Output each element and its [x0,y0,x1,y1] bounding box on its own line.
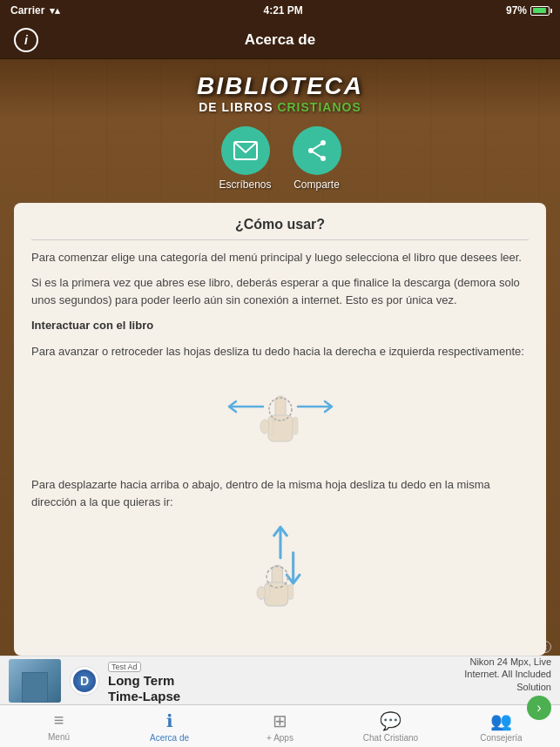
battery-icon [530,6,550,16]
paragraph-3: Para avanzar o retroceder las hojas desl… [31,343,529,360]
mail-button-wrap[interactable]: Escríbenos [219,126,271,191]
swipe-horizontal-illustration [31,370,529,466]
logo-de-libros: DE LIBROS [199,100,273,114]
logo-subtitle: DE LIBROS CRISTIANOS [197,100,363,114]
svg-point-12 [260,420,269,434]
tab-consejeria-label: Consejería [480,733,522,743]
tab-menu[interactable]: ≡ Menú [3,710,114,742]
status-time: 4:21 PM [263,4,302,17]
tab-chat[interactable]: 💬 Chat Cristiano [335,710,446,743]
swipe-vertical-illustration [31,521,529,616]
paragraph-1: Para comenzar elige una categoría del me… [31,249,529,266]
mail-circle[interactable] [221,126,270,175]
paragraph-2: Si es la primera vez que abres ese libro… [31,274,529,308]
ad-banner[interactable]: D Test Ad Long TermTime-Lapse × Nikon 24… [0,656,560,704]
ad-logo: D [70,666,99,696]
ad-cta-button[interactable]: › [527,696,551,720]
carrier-label: Carrier [10,4,44,17]
svg-rect-19 [287,585,293,600]
nav-bar: i Acerca de [0,21,560,59]
svg-rect-11 [293,417,298,434]
share-circle[interactable] [293,126,341,175]
tab-acerca[interactable]: ℹ Acerca de [114,710,225,743]
info-button[interactable]: i [14,28,38,52]
mail-label: Escríbenos [219,178,271,191]
status-bar: Carrier ▾▴ 4:21 PM 97% [0,0,560,21]
ad-test-badge: Test Ad [108,662,141,672]
tab-menu-label: Menú [48,732,70,742]
tab-menu-icon: ≡ [54,710,64,730]
ad-image [9,659,61,703]
swipe-ud-svg [215,521,346,616]
tab-apps-icon: ⊞ [273,710,287,731]
svg-point-20 [257,587,266,600]
ad-text-area: Test Ad Long TermTime-Lapse [108,657,438,704]
action-buttons: Escríbenos Comparte [219,126,341,191]
card-title: ¿Cómo usar? [31,217,529,240]
ad-logo-inner: D [73,670,96,692]
bold-text: Interactuar con el libro [31,317,529,334]
share-label: Comparte [293,178,340,191]
ad-right-text: Nikon 24 Mpx, Live Internet. All Include… [447,656,551,693]
nav-title: Acerca de [245,31,315,49]
tab-apps-label: + Apps [267,733,293,743]
mail-icon [233,141,258,160]
share-icon [306,139,328,162]
main-content: BIBLIOTECA DE LIBROS CRISTIANOS Escríben… [0,59,560,656]
ad-main-text: Long TermTime-Lapse [108,673,438,704]
status-left: Carrier ▾▴ [10,4,60,17]
tab-acerca-icon: ℹ [166,710,173,731]
status-right: 97% [506,4,550,17]
ad-building [22,672,48,703]
wifi-icon: ▾▴ [50,5,60,17]
logo-title: BIBLIOTECA [197,73,363,100]
tab-acerca-label: Acerca de [150,733,189,743]
content-card: ¿Cómo usar? Para comenzar elige una cate… [14,203,546,656]
tab-chat-icon: 💬 [380,710,401,731]
tab-chat-label: Chat Cristiano [363,733,418,743]
svg-line-4 [311,143,323,151]
swipe-lr-svg [215,370,346,466]
paragraph-4: Para desplazarte hacia arriba o abajo, d… [31,476,529,510]
share-button-wrap[interactable]: Comparte [293,126,341,191]
svg-line-5 [311,151,323,158]
logo-area: BIBLIOTECA DE LIBROS CRISTIANOS [197,73,363,114]
logo-cristianos: CRISTIANOS [277,100,361,114]
tab-apps[interactable]: ⊞ + Apps [225,710,335,743]
battery-percentage: 97% [506,4,527,17]
